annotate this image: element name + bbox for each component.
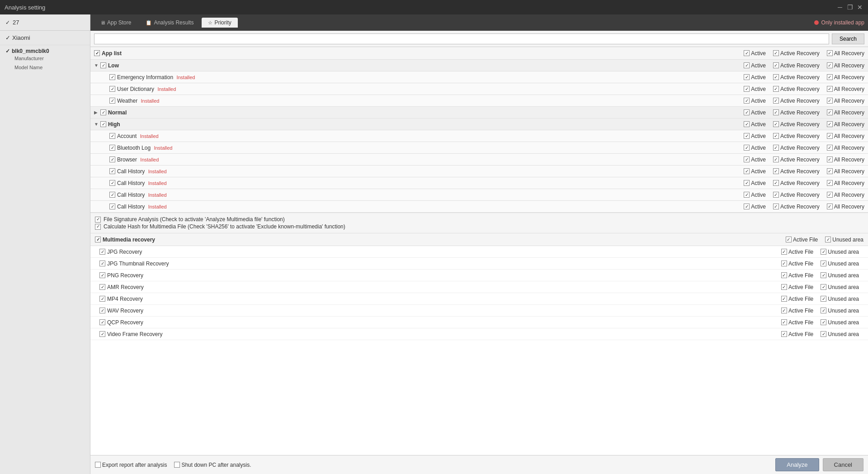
item-mp4-recovery: MP4 Recovery Active File Unused area <box>90 293 868 305</box>
item-qcp-recovery: QCP Recovery Active File Unused area <box>90 317 868 328</box>
window-title: Analysis setting <box>5 4 836 11</box>
option-hash: Calculate Hash for Multimedia File (Chec… <box>95 223 863 230</box>
model-main: ✓ blk0_mmcblk0 <box>5 48 85 54</box>
footer: Export report after analysis Shut down P… <box>90 455 868 474</box>
tab-bar: 🖥 App Store 📋 Analysis Results ☆ Priorit… <box>90 14 868 31</box>
model-check: ✓ <box>5 48 10 54</box>
item-call-history-4: Call History Installed Active Active Rec… <box>90 201 868 213</box>
account-label: Account Installed <box>117 133 744 139</box>
search-input[interactable] <box>94 33 829 44</box>
account-cb[interactable] <box>109 133 115 139</box>
model-sub: Manufacturer Model Name <box>5 54 85 72</box>
only-installed-label: Only installed app <box>821 19 864 26</box>
browser-cb[interactable] <box>109 156 115 162</box>
multimedia-header-checks: Active File Unused area <box>786 237 863 243</box>
sidebar-device: ✓ Xiaomi <box>0 31 90 45</box>
hash-cb[interactable] <box>95 224 101 230</box>
user-dict-cb[interactable] <box>109 86 115 92</box>
main-scroll-area[interactable]: App list Active Active Recovery <box>90 47 868 455</box>
device-check: ✓ <box>5 34 10 41</box>
emergency-active-cb[interactable] <box>744 74 750 80</box>
multimedia-header: Multimedia recovery Active File Unused a… <box>90 233 868 246</box>
emergency-label: Emergency Information Installed <box>117 74 744 81</box>
item-bluetooth-log: Bluetooth Log Installed Active Active Re… <box>90 142 868 154</box>
multimedia-unused-area-header: Unused area <box>825 237 863 243</box>
tab-analysis-results-label: Analysis Results <box>154 19 193 26</box>
header-active-recovery: Active Recovery <box>773 50 820 57</box>
normal-checkbox[interactable] <box>100 109 106 115</box>
category-low: ▼ Low Active Active Recovery All Recover… <box>90 60 868 71</box>
analysis-results-icon: 📋 <box>146 20 152 26</box>
minimize-button[interactable]: ─ <box>836 4 844 11</box>
high-expand-icon[interactable]: ▼ <box>94 122 100 127</box>
emergency-checks: Active Active Recovery All Recovery <box>744 74 864 81</box>
footer-buttons: Analyze Cancel <box>775 458 863 471</box>
user-dict-label: User Dictionary Installed <box>117 86 744 92</box>
item-account: Account Installed Active Active Recovery… <box>90 130 868 142</box>
export-cb[interactable] <box>95 462 101 468</box>
cancel-button[interactable]: Cancel <box>823 458 863 471</box>
app-list-header-checks: Active Active Recovery All Recovery <box>744 50 864 57</box>
normal-label: Normal <box>108 109 744 116</box>
emergency-installed-badge: Installed <box>176 75 195 80</box>
emergency-all-recovery-cb[interactable] <box>827 74 833 80</box>
item-jpg-thumbnail-recovery: JPG Thumbnail Recovery Active File Unuse… <box>90 258 868 270</box>
shutdown-cb[interactable] <box>174 462 180 468</box>
content-area: 🖥 App Store 📋 Analysis Results ☆ Priorit… <box>90 14 868 474</box>
search-toolbar: Search <box>90 31 868 47</box>
normal-expand-icon[interactable]: ▶ <box>94 110 100 115</box>
item-emergency: Emergency Information Installed Active A… <box>90 71 868 83</box>
low-all-recovery: All Recovery <box>827 62 864 69</box>
user-dict-checks: Active Active Recovery All Recovery <box>744 86 864 92</box>
file-sig-cb[interactable] <box>95 217 101 223</box>
low-active-recovery: Active Recovery <box>773 62 820 69</box>
sidebar-model-item: ✓ blk0_mmcblk0 Manufacturer Model Name <box>0 45 90 75</box>
multimedia-title: Multimedia recovery <box>95 237 786 243</box>
item-png-recovery: PNG Recovery Active File Unused area <box>90 270 868 281</box>
only-installed-filter[interactable]: Only installed app <box>814 19 864 26</box>
close-button[interactable]: ✕ <box>856 4 863 11</box>
weather-cb[interactable] <box>109 98 115 104</box>
low-active: Active <box>744 62 766 69</box>
search-button[interactable]: Search <box>832 33 864 44</box>
title-bar: Analysis setting ─ ❐ ✕ <box>0 0 868 14</box>
tab-priority[interactable]: ☆ Priority <box>202 18 237 28</box>
category-normal: ▶ Normal Active Active Recovery All Reco… <box>90 107 868 118</box>
header-all-recovery: All Recovery <box>827 50 864 57</box>
tab-app-store[interactable]: 🖥 App Store <box>94 18 137 28</box>
bluetooth-log-cb[interactable] <box>109 145 115 151</box>
multimedia-main-cb[interactable] <box>95 237 101 242</box>
hash-label: Calculate Hash for Multimedia File (Chec… <box>104 223 345 230</box>
analyze-button[interactable]: Analyze <box>775 458 819 471</box>
weather-installed-badge: Installed <box>141 98 159 104</box>
analysis-setting-window: Analysis setting ─ ❐ ✕ ✓ 27 ✓ Xiaomi ✓ <box>0 0 868 474</box>
item-browser: Browser Installed Active Active Recovery… <box>90 154 868 166</box>
footer-options: Export report after analysis Shut down P… <box>95 462 251 468</box>
sidebar: ✓ 27 ✓ Xiaomi ✓ blk0_mmcblk0 Manufacture… <box>0 14 90 474</box>
user-dict-installed-badge: Installed <box>157 86 176 92</box>
low-label: Low <box>108 62 744 69</box>
header-active-recovery-cb[interactable] <box>773 50 779 56</box>
restore-button[interactable]: ❐ <box>846 4 854 11</box>
tab-app-store-label: App Store <box>107 19 131 26</box>
tab-analysis-results[interactable]: 📋 Analysis Results <box>139 18 200 28</box>
low-expand-icon[interactable]: ▼ <box>94 63 100 68</box>
multimedia-active-file-header: Active File <box>786 237 818 243</box>
app-list-checkbox[interactable] <box>94 50 100 56</box>
count-value: 27 <box>13 19 19 26</box>
emergency-cb[interactable] <box>109 74 115 80</box>
app-list-header: App list Active Active Recovery <box>90 47 868 60</box>
header-active-cb[interactable] <box>744 50 750 56</box>
item-call-history-1: Call History Installed Active Active Rec… <box>90 166 868 177</box>
header-all-recovery-cb[interactable] <box>827 50 833 56</box>
bottom-options: File Signature Analysis (Check to activa… <box>90 213 868 233</box>
bluetooth-log-label: Bluetooth Log Installed <box>117 145 744 151</box>
header-active: Active <box>744 50 766 57</box>
low-checkbox[interactable] <box>100 62 106 68</box>
multimedia-section: Multimedia recovery Active File Unused a… <box>90 233 868 340</box>
check-icon: ✓ <box>5 19 10 26</box>
browser-label: Browser Installed <box>117 156 744 163</box>
high-checkbox[interactable] <box>100 121 106 127</box>
main-layout: ✓ 27 ✓ Xiaomi ✓ blk0_mmcblk0 Manufacture… <box>0 14 868 474</box>
emergency-active-recovery-cb[interactable] <box>773 74 779 80</box>
